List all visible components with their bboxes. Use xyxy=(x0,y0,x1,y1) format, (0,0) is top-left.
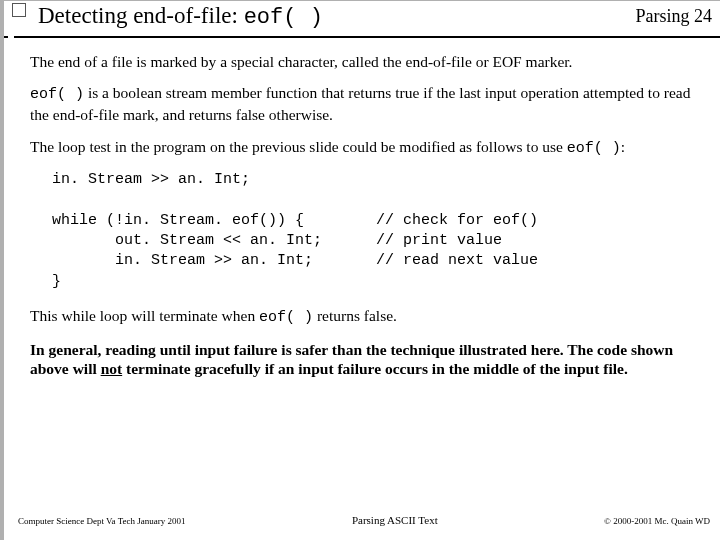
title-row: Detecting end-of-file: eof( ) Parsing 24 xyxy=(4,1,720,38)
inline-code: eof( ) xyxy=(259,309,313,326)
footer-left: Computer Science Dept Va Tech January 20… xyxy=(18,516,186,526)
corner-icon xyxy=(12,3,26,17)
paragraph-5: In general, reading until input failure … xyxy=(30,340,708,379)
code-block: in. Stream >> an. Int; while (!in. Strea… xyxy=(52,170,708,292)
topic-text: Parsing xyxy=(636,6,690,26)
paragraph-1: The end of a file is marked by a special… xyxy=(30,52,708,71)
inline-code: eof( ) xyxy=(567,140,621,157)
p5-underline: not xyxy=(101,360,123,377)
footer-center: Parsing ASCII Text xyxy=(186,514,605,526)
footer: Computer Science Dept Va Tech January 20… xyxy=(4,514,720,540)
p4-a: This while loop will terminate when xyxy=(30,307,259,324)
slide-title: Detecting end-of-file: eof( ) xyxy=(38,3,323,30)
title-code: eof( ) xyxy=(244,5,323,30)
footer-right: © 2000-2001 Mc. Quain WD xyxy=(604,516,710,526)
slide: Detecting end-of-file: eof( ) Parsing 24… xyxy=(0,0,720,540)
page-number: 24 xyxy=(694,6,712,26)
p3-b: : xyxy=(621,138,625,155)
paragraph-4: This while loop will terminate when eof(… xyxy=(30,306,708,328)
p4-b: returns false. xyxy=(313,307,397,324)
paragraph-3: The loop test in the program on the prev… xyxy=(30,137,708,159)
paragraph-2: eof( ) is a boolean stream member functi… xyxy=(30,83,708,124)
p3-a: The loop test in the program on the prev… xyxy=(30,138,567,155)
p5-b: terminate gracefully if an input failure… xyxy=(122,360,628,377)
paragraph-2-rest: is a boolean stream member function that… xyxy=(30,84,690,123)
title-text: Detecting end-of-file: xyxy=(38,3,244,28)
topic-label: Parsing 24 xyxy=(636,3,713,27)
inline-code: eof( ) xyxy=(30,86,84,103)
slide-content: The end of a file is marked by a special… xyxy=(4,38,720,378)
